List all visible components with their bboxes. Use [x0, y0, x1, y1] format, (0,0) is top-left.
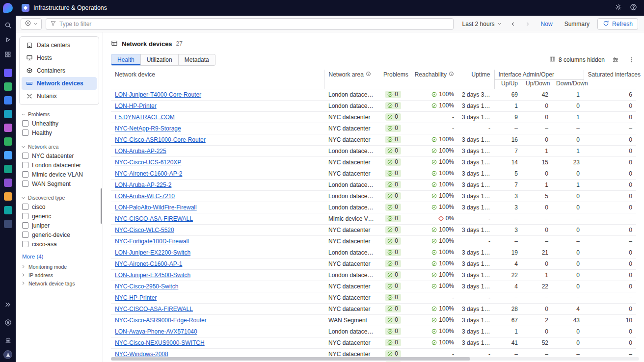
- device-link[interactable]: LON-Juniper-T4000-Core-Router: [115, 91, 201, 98]
- table-settings-icon[interactable]: [611, 55, 620, 65]
- tab-metadata[interactable]: Metadata: [178, 54, 215, 66]
- device-link[interactable]: NYC-HP-Printer: [115, 294, 157, 301]
- user-avatar[interactable]: [3, 350, 12, 359]
- refresh-button[interactable]: Refresh: [597, 18, 638, 30]
- table-row[interactable]: LON-Avaya-Phone-AVX571040London datacent…: [111, 326, 636, 337]
- filter-group-ip-address[interactable]: IP address: [19, 271, 100, 279]
- rail-app-icon-9[interactable]: [4, 179, 12, 187]
- col-network-area[interactable]: Network area: [324, 70, 379, 89]
- table-row[interactable]: NYC-CISCO-ASA-FIREWALLNYC datacenter0100…: [111, 304, 636, 315]
- horizontal-scrollbar-thumb[interactable]: [111, 357, 470, 361]
- more-options-icon[interactable]: [626, 55, 636, 65]
- col-uptime[interactable]: Uptime: [458, 70, 494, 89]
- checkbox[interactable]: [22, 120, 28, 127]
- table-row[interactable]: LON-Aruba-AP-225London datacenter0100%3 …: [111, 146, 636, 157]
- device-link[interactable]: LON-Juniper-EX2200-Switch: [115, 249, 190, 256]
- tab-utilization[interactable]: Utilization: [140, 54, 179, 66]
- filter-option-cisco[interactable]: cisco: [19, 202, 100, 211]
- help-icon[interactable]: [630, 3, 637, 12]
- table-row[interactable]: LON-Juniper-EX4500-SwitchLondon datacent…: [111, 270, 636, 281]
- rail-app-icon-8[interactable]: [4, 165, 12, 173]
- filter-scope-button[interactable]: [21, 18, 42, 30]
- rail-app-icon-3[interactable]: [4, 96, 12, 104]
- sidebar-item-nutanix[interactable]: Nutanix: [22, 90, 97, 103]
- device-link[interactable]: LON-Avaya-Phone-AVX571040: [115, 328, 197, 335]
- table-row[interactable]: NYC-HP-PrinterNYC datacenter0--––––: [111, 292, 636, 304]
- device-link[interactable]: LON-HP-Printer: [115, 103, 157, 109]
- col-up-down[interactable]: Up/Down: [522, 80, 552, 89]
- filter-option-generic[interactable]: generic: [19, 211, 100, 221]
- checkbox[interactable]: [22, 171, 28, 178]
- table-row[interactable]: NYC-Fortigate100D-FirewallNYC datacenter…: [111, 236, 636, 247]
- device-link[interactable]: LON-Aruba-WLC-7210: [115, 193, 175, 200]
- table-row[interactable]: LON-Aruba-WLC-7210London datacenter0100%…: [111, 191, 636, 202]
- table-row[interactable]: NYC-Aironet-C1600-AP-2NYC datacenter0100…: [111, 168, 636, 180]
- table-row[interactable]: NYC-Cisco-ASR9000-Edge-RouterWAN Segment…: [111, 315, 636, 326]
- filter-group-network-area[interactable]: Network area: [19, 142, 100, 151]
- device-link[interactable]: LON-PaloAlto-WildFire-Firewall: [115, 204, 197, 211]
- table-row[interactable]: NYC-Cisco-2950-SwitchNYC datacenter0100%…: [111, 281, 636, 292]
- device-link[interactable]: NYC-Aironet-C1600-AP-1: [115, 260, 182, 267]
- time-forward-button[interactable]: [522, 19, 533, 29]
- rail-app-icon-12[interactable]: [4, 220, 12, 228]
- columns-hidden-button[interactable]: 8 columns hidden: [549, 56, 605, 64]
- sidebar-item-hosts[interactable]: Hosts: [22, 52, 97, 64]
- time-range-button[interactable]: Last 2 hours: [460, 21, 504, 27]
- account-icon[interactable]: [2, 317, 13, 328]
- table-row[interactable]: LON-PaloAlto-WildFire-FirewallLondon dat…: [111, 202, 636, 213]
- sidebar-item-network-devices[interactable]: Network devices: [22, 77, 97, 90]
- filter-option-wan-segment[interactable]: WAN Segment: [19, 179, 100, 188]
- checkbox[interactable]: [22, 129, 28, 136]
- apps-grid-icon[interactable]: [2, 49, 13, 60]
- info-icon[interactable]: [449, 71, 454, 78]
- device-link[interactable]: NYC-Windows-2008: [115, 351, 168, 358]
- filter-group-network-device-tags[interactable]: Network device tags: [19, 279, 100, 287]
- table-row[interactable]: NYC-Aironet-C1600-AP-1NYC datacenter0100…: [111, 259, 636, 270]
- filter-option-generic-device[interactable]: generic-device: [19, 230, 100, 239]
- col-reachability[interactable]: Reachability: [405, 70, 458, 89]
- table-row[interactable]: LON-Juniper-EX2200-SwitchLondon datacent…: [111, 247, 636, 259]
- filter-option-juniper[interactable]: juniper: [19, 221, 100, 230]
- checkbox[interactable]: [22, 153, 28, 159]
- device-link[interactable]: NYC-Fortigate100D-Firewall: [115, 238, 189, 245]
- checkbox[interactable]: [22, 213, 28, 219]
- device-link[interactable]: NYC-CISCO-ASA-FIREWALL: [115, 215, 193, 222]
- table-row[interactable]: NYC-CISCO-ASA-FIREWALLMimic device VLAN0…: [111, 213, 636, 225]
- tab-health[interactable]: Health: [111, 54, 141, 66]
- col-network-device[interactable]: Network device: [111, 70, 324, 89]
- device-link[interactable]: NYC-Cisco-WLC-5520: [115, 227, 174, 233]
- table-row[interactable]: NYC-NetApp-R9-StorageNYC datacenter0--––…: [111, 123, 636, 134]
- device-link[interactable]: NYC-Aironet-C1600-AP-2: [115, 170, 182, 177]
- device-link[interactable]: NYC-NetApp-R9-Storage: [115, 125, 181, 132]
- filter-option-cisco-asa[interactable]: cisco-asa: [19, 239, 100, 249]
- settings-gear-icon[interactable]: [615, 3, 622, 12]
- filter-option-mimic-device-vlan[interactable]: Mimic device VLAN: [19, 170, 100, 179]
- device-link[interactable]: NYC-Cisco-ASR1000-Core-Router: [115, 136, 206, 143]
- checkbox[interactable]: [22, 181, 28, 187]
- table-row[interactable]: F5.DYNATRACE.COMNYC datacenter0-3 days 1…: [111, 112, 636, 123]
- device-link[interactable]: NYC-CISCO-ASA-FIREWALL: [115, 306, 193, 312]
- device-link[interactable]: LON-Aruba-AP-225: [115, 148, 166, 155]
- filter-option-healthy[interactable]: Healthy: [19, 128, 100, 137]
- sidebar-scrollbar[interactable]: [101, 188, 102, 224]
- col-saturated[interactable]: Saturated interfaces: [584, 70, 636, 89]
- filter-option-unhealthy[interactable]: Unhealthy: [19, 119, 100, 128]
- rail-app-icon-1[interactable]: [4, 69, 12, 77]
- filter-input[interactable]: [59, 21, 449, 27]
- filter-option-london-datacenter[interactable]: London datacenter: [19, 160, 100, 170]
- device-link[interactable]: LON-Juniper-EX4500-Switch: [115, 272, 190, 279]
- device-link[interactable]: NYC-Cisco-ASR9000-Edge-Router: [115, 317, 207, 324]
- col-up-up[interactable]: Up/Up: [494, 80, 522, 89]
- table-row[interactable]: LON-Aruba-AP-225-2London datacenter0100%…: [111, 180, 636, 191]
- checkbox[interactable]: [22, 241, 28, 247]
- device-link[interactable]: NYC-Cisco-2950-Switch: [115, 283, 178, 290]
- rail-app-icon-2[interactable]: [4, 82, 12, 91]
- device-link[interactable]: F5.DYNATRACE.COM: [115, 114, 175, 121]
- device-link[interactable]: NYC-Cisco-UCS-6120XP: [115, 159, 181, 166]
- run-apps-icon[interactable]: [2, 34, 13, 45]
- sidebar-item-containers[interactable]: Containers: [22, 64, 97, 77]
- table-row[interactable]: NYC-Cisco-ASR1000-Core-RouterNYC datacen…: [111, 134, 636, 146]
- rail-app-icon-11[interactable]: [4, 206, 12, 214]
- filter-group-problems[interactable]: Problems: [19, 110, 100, 119]
- device-link[interactable]: LON-Aruba-AP-225-2: [115, 181, 171, 188]
